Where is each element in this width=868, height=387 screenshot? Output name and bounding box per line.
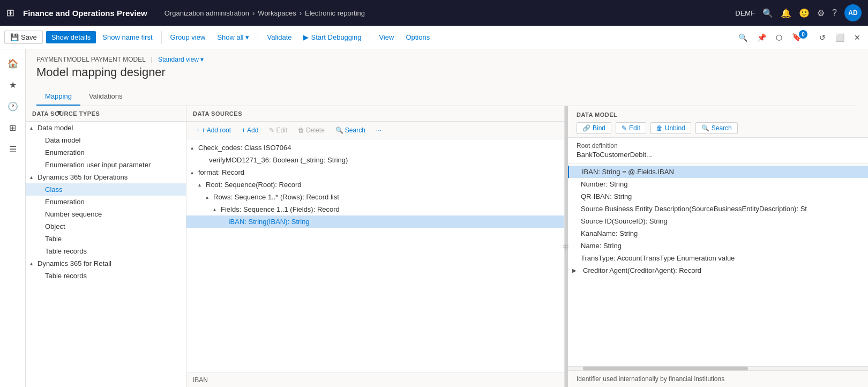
start-debugging-button[interactable]: ▶ Start Debugging xyxy=(298,31,366,43)
breadcrumb-org[interactable]: Organization administration xyxy=(164,9,249,17)
tab-mapping[interactable]: Mapping xyxy=(36,88,80,106)
model-item-number[interactable]: Number: String xyxy=(568,178,868,190)
datasources-toolbar: + + Add root + Add ✎ Edit 🗑 Delete xyxy=(186,122,564,139)
panel-datamodel: DATA MODEL 🔗 Bind ✎ Edit 🗑 Unbind xyxy=(568,106,868,387)
delete-button[interactable]: 🗑 Delete xyxy=(294,125,329,136)
app-grid-icon[interactable]: ⊞ xyxy=(6,7,14,19)
sidebar-grid-icon[interactable]: ⊞ xyxy=(3,118,23,137)
model-item-transtype[interactable]: TransType: AccountTransType Enumeration … xyxy=(568,252,868,264)
tree-item-label: Dynamics 365 for Operations xyxy=(38,173,128,181)
ds-fields[interactable]: ▴ Fields: Sequence 1..1 (Fields): Record xyxy=(186,203,564,215)
tree-item-retail-table-records[interactable]: Table records xyxy=(26,270,186,282)
show-name-first-button[interactable]: Show name first xyxy=(97,31,158,43)
toolbar-close-icon[interactable]: ✕ xyxy=(851,31,864,44)
tree-item-d365ops-group[interactable]: ▴ Dynamics 365 for Operations xyxy=(26,171,186,183)
group-view-button[interactable]: Group view xyxy=(165,31,211,43)
add-root-button[interactable]: + + Add root xyxy=(192,125,235,136)
sidebar-clock-icon[interactable]: 🕐 xyxy=(3,96,23,116)
datasource-selected-label: IBAN xyxy=(193,376,208,384)
root-def-value: BankToCustomerDebit... xyxy=(577,151,859,159)
model-item-iban[interactable]: IBAN: String = @.Fields.IBAN xyxy=(568,166,868,178)
search-button[interactable]: 🔍 Search xyxy=(331,125,370,136)
standard-view-button[interactable]: Standard view ▾ xyxy=(158,56,204,63)
datamodel-footer: Identifier used internationally by finan… xyxy=(568,370,868,387)
user-avatar[interactable]: AD xyxy=(844,4,862,21)
model-item-kananame[interactable]: KanaName: String xyxy=(568,227,868,240)
expand-arrow: ▴ xyxy=(198,182,206,188)
panel-datasources: DATA SOURCES + + Add root + Add ✎ Edit xyxy=(186,106,565,387)
unbind-button[interactable]: 🗑 Unbind xyxy=(650,122,691,134)
ds-verify-mod[interactable]: verifyMOD1271_36: Boolean (_string: Stri… xyxy=(186,154,564,166)
search-icon[interactable]: 🔍 xyxy=(762,8,773,18)
tree-item-object[interactable]: Object xyxy=(26,220,186,233)
edit-button[interactable]: ✎ Edit xyxy=(265,125,291,136)
breadcrumb-workspaces[interactable]: Workspaces xyxy=(258,9,296,17)
tree-item-label: Number sequence xyxy=(45,210,102,218)
model-edit-label: Edit xyxy=(629,124,640,132)
model-item-label: Number: String xyxy=(581,180,627,188)
tree-item-label: Dynamics 365 for Retail xyxy=(38,259,111,267)
tree-item-table-records[interactable]: Table records xyxy=(26,245,186,257)
tree-item-enumeration2[interactable]: Enumeration xyxy=(26,196,186,208)
smiley-icon[interactable]: 🙂 xyxy=(799,8,810,18)
model-item-name[interactable]: Name: String xyxy=(568,240,868,252)
breadcrumb-electronic[interactable]: Electronic reporting xyxy=(305,9,365,17)
ds-rows[interactable]: ▴ Rows: Sequence 1..* (Rows): Record lis… xyxy=(186,191,564,203)
ds-root[interactable]: ▴ Root: Sequence(Root): Record xyxy=(186,178,564,191)
toolbar-refresh-icon[interactable]: ↺ xyxy=(816,31,829,44)
panel-datasource-types: DATA SOURCE TYPES ▴ Data model Data mode… xyxy=(26,106,186,387)
ds-format[interactable]: ▴ format: Record xyxy=(186,166,564,178)
model-horizontal-scrollbar[interactable] xyxy=(568,366,868,370)
filter-icon[interactable]: ▼ xyxy=(56,108,63,117)
toolbar-badge-icon[interactable]: 🔖0 xyxy=(789,31,813,44)
panel-resizer[interactable]: || xyxy=(565,106,568,387)
search-label: Search xyxy=(345,126,365,134)
tree-item-label: IBAN: String(IBAN): String xyxy=(228,218,310,226)
breadcrumb-pipe: | xyxy=(151,56,153,63)
tree-item-enumeration1[interactable]: Enumeration xyxy=(26,146,186,159)
sidebar-star-icon[interactable]: ★ xyxy=(3,75,23,94)
model-item-sourceid[interactable]: Source ID(SourceID): String xyxy=(568,215,868,227)
show-all-button[interactable]: Show all ▾ xyxy=(212,31,255,43)
add-button[interactable]: + Add xyxy=(237,125,263,136)
bind-button[interactable]: 🔗 Bind xyxy=(577,122,611,134)
tree-item-label: Fields: Sequence 1..1 (Fields): Record xyxy=(221,205,340,213)
tree-item-class[interactable]: Class xyxy=(26,183,186,196)
validate-button[interactable]: Validate xyxy=(261,31,297,43)
tree-item-datamodel-group[interactable]: ▴ Data model xyxy=(26,122,186,134)
model-search-button[interactable]: 🔍 Search xyxy=(695,122,738,134)
toolbar-window-icon[interactable]: ⬜ xyxy=(832,31,848,44)
model-item-creditor[interactable]: ▶ Creditor Agent(CreditorAgent): Record xyxy=(568,264,868,277)
toolbar-pin-icon[interactable]: 📌 xyxy=(754,31,769,44)
show-details-button[interactable]: Show details xyxy=(46,31,96,43)
save-button[interactable]: 💾 Save xyxy=(4,31,43,44)
tree-item-label: Data model xyxy=(38,124,73,132)
options-button[interactable]: Options xyxy=(400,31,435,43)
search-icon: 🔍 xyxy=(335,126,343,134)
model-item-sourcebusiness[interactable]: Source Business Entity Description(Sourc… xyxy=(568,203,868,215)
bind-label: Bind xyxy=(593,124,605,132)
toolbar-expand-icon[interactable]: ⬡ xyxy=(773,31,785,44)
tree-item-number-sequence[interactable]: Number sequence xyxy=(26,208,186,220)
ds-check-codes[interactable]: ▴ Check_codes: Class ISO7064 xyxy=(186,142,564,154)
model-search-icon: 🔍 xyxy=(701,124,709,132)
tree-item-table[interactable]: Table xyxy=(26,233,186,245)
tree-item-d365retail-group[interactable]: ▴ Dynamics 365 for Retail xyxy=(26,257,186,270)
bell-icon[interactable]: 🔔 xyxy=(781,8,791,18)
content-area: ▼ PAYMENTMODEL PAYMENT MODEL | Standard … xyxy=(26,49,868,387)
settings-icon[interactable]: ⚙ xyxy=(817,8,825,18)
model-edit-button[interactable]: ✎ Edit xyxy=(616,122,646,134)
view-button[interactable]: View xyxy=(373,31,399,43)
tree-item-datamodel[interactable]: Data model xyxy=(26,134,186,146)
sidebar-list-icon[interactable]: ☰ xyxy=(3,139,23,159)
help-icon[interactable]: ? xyxy=(832,8,837,18)
toolbar-separator-1 xyxy=(161,31,162,44)
datamodel-toolbar: 🔗 Bind ✎ Edit 🗑 Unbind 🔍 xyxy=(577,122,859,134)
more-button[interactable]: ··· xyxy=(372,125,386,136)
tree-item-enum-userinput[interactable]: Enumeration user input parameter xyxy=(26,159,186,171)
ds-iban[interactable]: IBAN: String(IBAN): String xyxy=(186,215,564,228)
toolbar-search-icon[interactable]: 🔍 xyxy=(735,31,751,44)
model-item-qriban[interactable]: QR-IBAN: String xyxy=(568,190,868,203)
tab-validations[interactable]: Validations xyxy=(80,88,131,106)
sidebar-home-icon[interactable]: 🏠 xyxy=(3,54,23,73)
